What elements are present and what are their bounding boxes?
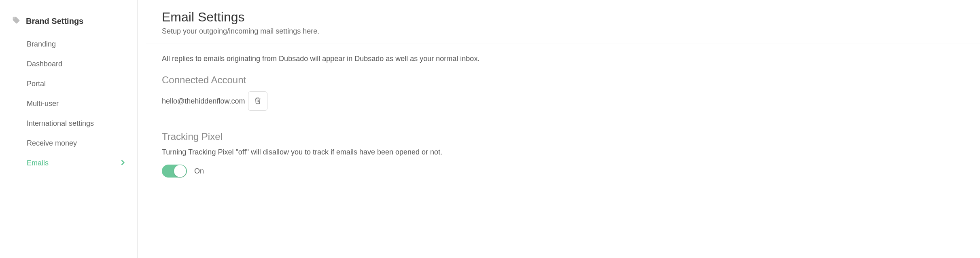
sidebar-items: Branding Dashboard Portal Multi-user Int…	[0, 34, 137, 173]
tag-icon	[12, 16, 20, 26]
sidebar-item-label: Dashboard	[27, 60, 62, 68]
sidebar-header[interactable]: Brand Settings	[0, 12, 137, 30]
sidebar: Brand Settings Branding Dashboard Portal…	[0, 0, 138, 258]
sidebar-item-dashboard[interactable]: Dashboard	[0, 54, 137, 74]
tracking-pixel-description: Turning Tracking Pixel "off" will disall…	[162, 148, 964, 156]
sidebar-header-label: Brand Settings	[26, 17, 83, 26]
page-subtitle: Setup your outgoing/incoming mail settin…	[162, 27, 964, 36]
main-content: Email Settings Setup your outgoing/incom…	[146, 0, 980, 258]
delete-connected-account-button[interactable]	[248, 91, 267, 111]
sidebar-item-label: Portal	[27, 80, 46, 88]
sidebar-item-multi-user[interactable]: Multi-user	[0, 94, 137, 114]
sidebar-item-label: Receive money	[27, 139, 77, 148]
sidebar-item-branding[interactable]: Branding	[0, 34, 137, 54]
sidebar-item-label: Branding	[27, 40, 56, 49]
chevron-right-icon	[121, 159, 125, 167]
connected-account-email: hello@thehiddenflow.com	[162, 97, 245, 106]
sidebar-item-label: Emails	[27, 159, 49, 167]
sidebar-item-label: Multi-user	[27, 99, 59, 108]
sidebar-item-emails[interactable]: Emails	[0, 153, 137, 173]
page-title: Email Settings	[162, 10, 964, 25]
tracking-pixel-toggle[interactable]	[162, 165, 187, 178]
main-header: Email Settings Setup your outgoing/incom…	[146, 0, 980, 44]
intro-text: All replies to emails originating from D…	[162, 55, 964, 63]
tracking-pixel-toggle-row: On	[162, 165, 964, 178]
connected-account-row: hello@thehiddenflow.com	[162, 91, 964, 111]
sidebar-item-label: International settings	[27, 119, 94, 128]
connected-account-heading: Connected Account	[162, 74, 964, 86]
main-body: All replies to emails originating from D…	[146, 44, 980, 178]
tracking-pixel-state-label: On	[194, 167, 204, 176]
tracking-pixel-heading: Tracking Pixel	[162, 131, 964, 142]
toggle-knob	[174, 165, 186, 177]
sidebar-item-portal[interactable]: Portal	[0, 74, 137, 94]
sidebar-item-receive-money[interactable]: Receive money	[0, 133, 137, 153]
trash-icon	[254, 97, 261, 106]
sidebar-item-international-settings[interactable]: International settings	[0, 114, 137, 133]
